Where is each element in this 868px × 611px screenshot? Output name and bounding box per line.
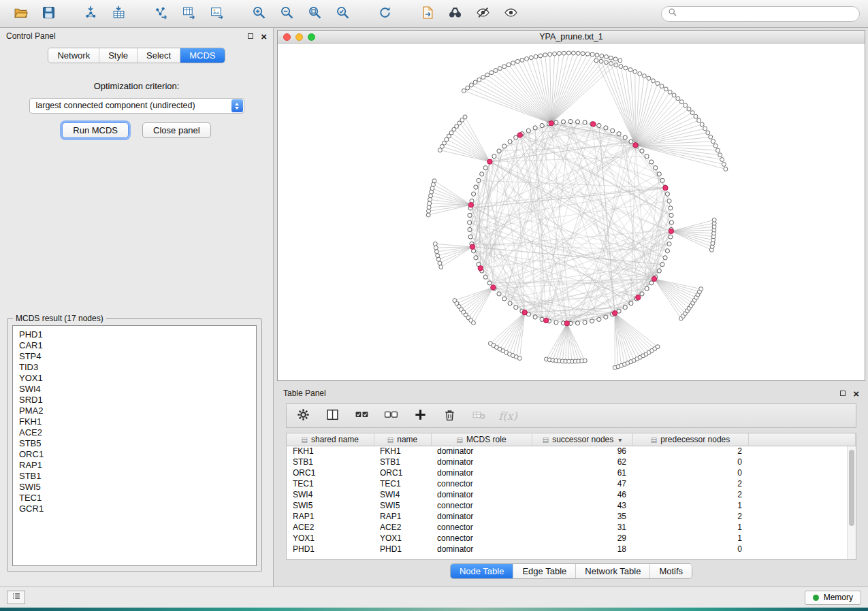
- zoom-in-button[interactable]: [246, 3, 271, 24]
- table-row[interactable]: STB1STB1dominator620: [287, 457, 856, 467]
- tab-select[interactable]: Select: [138, 48, 180, 63]
- table-tab-network-table[interactable]: Network Table: [576, 564, 650, 578]
- sort-caret-icon: ▾: [618, 436, 622, 444]
- run-mcds-button[interactable]: Run MCDS: [62, 122, 129, 138]
- table-close-panel-icon[interactable]: ×: [853, 389, 859, 399]
- search-input[interactable]: [681, 8, 853, 19]
- mcds-result-item[interactable]: SWI4: [19, 384, 250, 395]
- tab-mcds[interactable]: MCDS: [180, 48, 224, 63]
- export-network-button[interactable]: [148, 3, 173, 24]
- zoom-fit-button[interactable]: [302, 3, 327, 24]
- table-float-panel-icon[interactable]: [840, 391, 846, 396]
- table-cell: RAP1: [374, 511, 431, 522]
- window-minimize-light[interactable]: [295, 33, 303, 41]
- table-toolbar: f(x): [286, 403, 856, 428]
- network-canvas[interactable]: [278, 44, 865, 380]
- add-row-icon: [413, 408, 428, 424]
- mcds-result-item[interactable]: SWI5: [19, 482, 250, 493]
- mcds-result-item[interactable]: TEC1: [19, 493, 250, 503]
- table-cell: PHD1: [287, 544, 374, 555]
- show-button[interactable]: [498, 3, 523, 24]
- refresh-button[interactable]: [372, 3, 397, 24]
- deselect-all-button[interactable]: [382, 407, 400, 425]
- delete-row-button[interactable]: [440, 407, 458, 425]
- float-panel-icon[interactable]: [248, 33, 253, 39]
- mcds-result-item[interactable]: YOX1: [19, 373, 250, 384]
- tab-style[interactable]: Style: [99, 48, 138, 63]
- settings-button[interactable]: [294, 407, 312, 425]
- save-button[interactable]: [36, 3, 61, 24]
- table-panel-title: Table Panel: [283, 389, 840, 398]
- find-button[interactable]: [443, 3, 467, 24]
- table-row[interactable]: TEC1TEC1connector472: [287, 478, 856, 489]
- table-panel-titlebar: Table Panel ×: [277, 385, 865, 401]
- table-cell: dominator: [431, 544, 532, 555]
- clear-table-button[interactable]: [470, 407, 487, 425]
- criterion-dropdown[interactable]: largest connected component (undirected): [29, 98, 244, 114]
- memory-button[interactable]: Memory: [805, 591, 861, 605]
- mcds-result-item[interactable]: ACE2: [19, 427, 250, 438]
- table-tab-node-table[interactable]: Node Table: [451, 564, 514, 578]
- table-cell: PHD1: [374, 544, 431, 555]
- table-cell: connector: [431, 522, 532, 533]
- table-cell: FKH1: [374, 446, 431, 457]
- import-network-button[interactable]: [78, 3, 103, 24]
- add-row-button[interactable]: [411, 407, 429, 425]
- network-graph[interactable]: [278, 44, 865, 380]
- tab-network[interactable]: Network: [48, 48, 99, 63]
- table-tab-motifs[interactable]: Motifs: [650, 564, 692, 578]
- mcds-result-item[interactable]: STP4: [19, 351, 250, 362]
- table-row[interactable]: ACE2ACE2connector311: [287, 522, 856, 533]
- mcds-result-list[interactable]: PHD1CAR1STP4TID3YOX1SWI4SRD1PMA2FKH1ACE2…: [12, 325, 257, 566]
- node-table: ▤shared name▤name▤MCDS role▤successor no…: [286, 433, 856, 560]
- select-all-button[interactable]: [353, 407, 370, 425]
- column-header-predecessor-nodes[interactable]: ▤predecessor nodes: [632, 433, 748, 446]
- mcds-result-item[interactable]: STB1: [19, 471, 250, 482]
- column-header-successor-nodes[interactable]: ▤successor nodes▾: [532, 433, 632, 446]
- task-history-button[interactable]: [7, 591, 25, 604]
- mcds-result-item[interactable]: FKH1: [19, 416, 250, 427]
- table-row[interactable]: RAP1RAP1dominator352: [287, 511, 856, 522]
- open-button[interactable]: [8, 3, 33, 24]
- window-zoom-light[interactable]: [308, 33, 315, 41]
- mcds-result-item[interactable]: ORC1: [19, 449, 250, 460]
- columns-button[interactable]: [323, 407, 341, 425]
- table-tab-edge-table[interactable]: Edge Table: [513, 564, 576, 578]
- export-image-button[interactable]: [204, 3, 229, 24]
- table-row[interactable]: YOX1YOX1connector291: [287, 533, 856, 544]
- mcds-result-item[interactable]: CAR1: [19, 340, 250, 351]
- window-close-light[interactable]: [283, 33, 291, 41]
- mcds-result-item[interactable]: PMA2: [19, 406, 250, 416]
- export-document-button[interactable]: [415, 3, 439, 24]
- table-row[interactable]: SWI5SWI5connector431: [287, 500, 856, 511]
- zoom-out-button[interactable]: [274, 3, 299, 24]
- mcds-result-item[interactable]: SRD1: [19, 395, 250, 406]
- table-row[interactable]: SWI4SWI4dominator462: [287, 489, 856, 500]
- mcds-result-item[interactable]: PHD1: [19, 329, 250, 340]
- mcds-result-item[interactable]: GCR1: [19, 503, 250, 514]
- table-scrollbar-thumb[interactable]: [849, 450, 854, 526]
- mcds-result-item[interactable]: STB5: [19, 438, 250, 449]
- table-row[interactable]: FKH1FKH1dominator962: [287, 446, 856, 457]
- close-panel-button[interactable]: Close panel: [142, 122, 211, 138]
- optimization-criterion-label: Optimization criterion:: [0, 81, 273, 91]
- close-panel-icon[interactable]: ×: [261, 31, 267, 42]
- zoom-selected-button[interactable]: [330, 3, 355, 24]
- mcds-result-group: MCDS result (17 nodes) PHD1CAR1STP4TID3Y…: [7, 318, 262, 572]
- table-cell: dominator: [431, 489, 532, 500]
- table-scrollbar[interactable]: [847, 446, 856, 559]
- table-row[interactable]: ORC1ORC1dominator610: [287, 467, 856, 478]
- table-row[interactable]: PHD1PHD1dominator180: [287, 544, 856, 555]
- fx-button[interactable]: f(x): [499, 407, 517, 425]
- mcds-result-item[interactable]: RAP1: [19, 460, 250, 471]
- table-cell: STB1: [374, 457, 431, 467]
- table-cell: connector: [431, 533, 532, 544]
- column-header-shared-name[interactable]: ▤shared name: [287, 433, 374, 446]
- column-header-name[interactable]: ▤name: [374, 433, 431, 446]
- hide-button[interactable]: [470, 3, 495, 24]
- import-table-button[interactable]: [106, 3, 131, 24]
- mcds-result-item[interactable]: TID3: [19, 362, 250, 373]
- table-cell: 0: [632, 467, 748, 478]
- export-table-button[interactable]: [176, 3, 201, 24]
- column-header-mcds-role[interactable]: ▤MCDS role: [431, 433, 532, 446]
